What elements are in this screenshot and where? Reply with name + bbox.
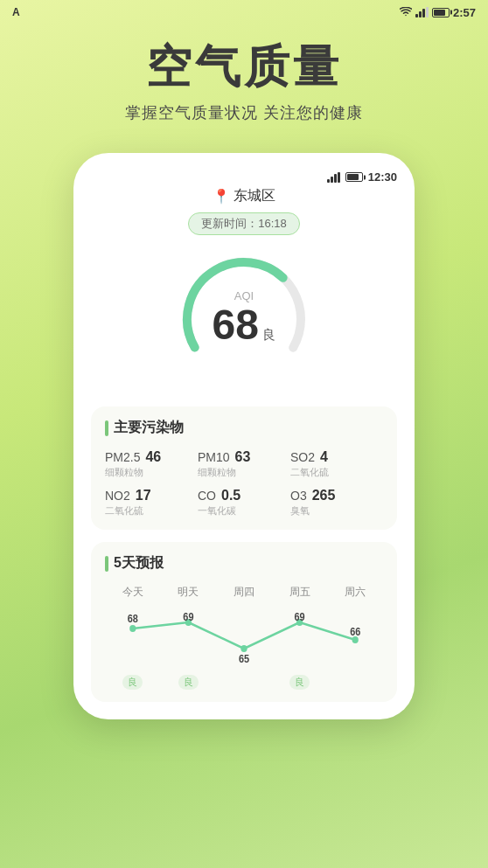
header: 空气质量 掌握空气质量状况 关注您的健康 xyxy=(0,24,488,132)
pollutants-grid: PM2.5 46 细颗粒物 PM10 63 细颗粒物 SO2 4 xyxy=(105,449,383,517)
phone-signal xyxy=(327,172,340,183)
forecast-title: 5天预报 xyxy=(105,554,383,573)
forecast-point xyxy=(129,625,136,632)
aqi-container: AQI 68 良 xyxy=(91,249,397,389)
battery-icon xyxy=(432,8,450,17)
forecast-quality-badge: 良 xyxy=(178,675,199,690)
update-badge: 更新时间：16:18 xyxy=(188,212,300,235)
signal-icon xyxy=(415,7,429,17)
forecast-day-label: 今天 xyxy=(105,585,161,600)
pollutants-section: 主要污染物 PM2.5 46 细颗粒物 PM10 63 细颗粒物 xyxy=(91,406,397,530)
section-bar-icon xyxy=(105,420,108,436)
app-label: A xyxy=(12,6,20,18)
pollutant-item: CO 0.5 一氧化碳 xyxy=(198,488,290,517)
phone-battery-icon xyxy=(345,172,363,182)
forecast-day-label: 周四 xyxy=(216,585,272,600)
phone-mockup: 12:30 📍 东城区 更新时间：16:18 AQI 68 良 xyxy=(73,153,415,719)
phone-status-bar: 12:30 xyxy=(73,167,415,187)
phone-content: 📍 东城区 更新时间：16:18 AQI 68 良 xyxy=(73,187,415,702)
pollutant-item: NO2 17 二氧化硫 xyxy=(105,488,198,517)
location-text: 东城区 xyxy=(234,187,275,205)
forecast-day-labels: 今天 明天 周四 周五 周六 xyxy=(105,585,383,607)
forecast-quality-badge xyxy=(239,682,249,684)
forecast-aqi-text: 68 xyxy=(128,614,139,625)
forecast-chart: 68 69 65 69 66 xyxy=(105,614,383,666)
forecast-day-label: 明天 xyxy=(161,585,217,600)
forecast-point xyxy=(352,636,359,643)
forecast-aqi-text: 69 xyxy=(183,612,193,623)
pollutant-item: SO2 4 二氧化硫 xyxy=(290,449,383,479)
forecast-day-label: 周五 xyxy=(272,585,328,600)
forecast-quality-badge xyxy=(350,682,360,684)
forecast-quality-badge: 良 xyxy=(122,675,143,690)
location-pin-icon: 📍 xyxy=(213,188,230,205)
location-row: 📍 东城区 xyxy=(91,187,397,205)
forecast-chart-svg: 68 69 65 69 66 xyxy=(105,614,383,666)
status-time: 2:57 xyxy=(453,6,476,19)
app-title: 空气质量 xyxy=(17,42,471,92)
status-right: 2:57 xyxy=(400,6,476,19)
forecast-aqi-text: 69 xyxy=(295,612,305,623)
forecast-section: 5天预报 今天 明天 周四 周五 周六 xyxy=(91,542,397,702)
forecast-aqi-text: 66 xyxy=(350,627,360,638)
pollutant-item: PM2.5 46 细颗粒物 xyxy=(105,449,198,479)
forecast-quality-labels: 良 良 良 xyxy=(105,671,383,690)
pollutants-title: 主要污染物 xyxy=(105,419,383,437)
pollutant-item: PM10 63 细颗粒物 xyxy=(198,449,290,479)
aqi-label: AQI xyxy=(213,289,276,302)
phone-time: 12:30 xyxy=(368,170,397,184)
pollutant-item: O3 265 臭氧 xyxy=(290,488,383,517)
section-bar-icon xyxy=(105,556,108,572)
forecast-aqi-text: 65 xyxy=(239,654,250,665)
wifi-icon xyxy=(400,7,412,17)
forecast-line xyxy=(133,622,355,649)
forecast-point xyxy=(241,645,247,652)
app-subtitle: 掌握空气质量状况 关注您的健康 xyxy=(17,102,471,123)
aqi-value: 68 xyxy=(213,302,259,348)
status-bar: A 2:57 xyxy=(0,0,488,24)
aqi-quality: 良 xyxy=(262,327,275,342)
forecast-day-label: 周六 xyxy=(327,585,383,600)
forecast-quality-badge: 良 xyxy=(289,675,310,690)
aqi-info: AQI 68 良 xyxy=(213,289,276,349)
aqi-circle-wrapper: AQI 68 良 xyxy=(174,249,314,389)
phone-signal-icon xyxy=(327,172,340,183)
